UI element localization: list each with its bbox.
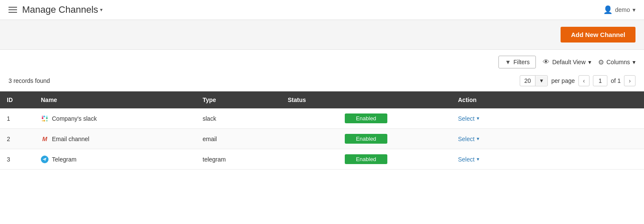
status-badge: Enabled: [345, 154, 387, 164]
cell-type: telegram: [196, 149, 281, 170]
page-of-label: of 1: [611, 77, 621, 84]
user-dropdown-arrow: ▾: [633, 6, 635, 13]
current-page: 1: [593, 75, 607, 86]
per-page-label: per page: [551, 77, 575, 84]
status-badge: Enabled: [345, 134, 387, 144]
channel-name-text: Email channel: [52, 136, 89, 142]
cell-name: Company's slack: [34, 108, 196, 129]
filter-icon: ▼: [505, 59, 511, 65]
header-left: Manage Channels ▾: [9, 4, 103, 15]
cell-status: Enabled: [281, 108, 451, 129]
slack-icon: [41, 115, 49, 122]
per-page-arrow[interactable]: ▼: [535, 76, 547, 85]
action-select-button[interactable]: Select ▼: [458, 156, 637, 163]
svg-rect-7: [42, 120, 43, 122]
svg-rect-0: [42, 117, 43, 119]
status-badge: Enabled: [345, 113, 387, 123]
table-header-row: ID Name Type Status Action: [0, 91, 644, 108]
add-new-channel-button[interactable]: Add New Channel: [561, 27, 635, 43]
table-row: 1 Company's slack slack Enabled: [0, 108, 644, 129]
channel-name-text: Company's slack: [52, 115, 97, 122]
title-dropdown[interactable]: Manage Channels ▾: [22, 4, 103, 15]
filters-button[interactable]: ▼ Filters: [498, 56, 536, 68]
gear-icon: ⚙: [598, 58, 604, 66]
controls-bar: ▼ Filters 👁 Default View ▾ ⚙ Columns ▾: [0, 50, 644, 72]
title-dropdown-arrow: ▾: [100, 7, 103, 13]
table-row: 2 M Email channel email Enabled Select ▼: [0, 129, 644, 149]
gmail-icon: M: [41, 135, 49, 143]
col-header-action: Action: [451, 91, 644, 108]
cell-id: 2: [0, 129, 34, 149]
table-row: 3 Telegram telegram Enabled Select ▼: [0, 149, 644, 170]
prev-page-button[interactable]: ‹: [578, 75, 590, 86]
cell-status: Enabled: [281, 149, 451, 170]
action-label: Select: [458, 136, 475, 142]
col-header-id: ID: [0, 91, 34, 108]
svg-rect-3: [43, 120, 45, 122]
pagination-right: 20 ▼ per page ‹ 1 of 1 ›: [520, 75, 635, 86]
cell-action: Select ▼: [451, 108, 644, 129]
user-label: demo: [615, 6, 630, 13]
records-count: 3 records found: [9, 77, 50, 84]
page-title: Manage Channels: [22, 4, 98, 15]
channels-table: ID Name Type Status Action 1: [0, 91, 644, 170]
action-select-button[interactable]: Select ▼: [458, 136, 637, 142]
cell-id: 1: [0, 108, 34, 129]
cell-type: email: [196, 129, 281, 149]
cell-id: 3: [0, 149, 34, 170]
view-dropdown-arrow: ▾: [588, 59, 591, 65]
cell-status: Enabled: [281, 129, 451, 149]
cell-name: Telegram: [34, 149, 196, 170]
per-page-select[interactable]: 20 ▼: [520, 75, 548, 86]
action-label: Select: [458, 156, 475, 163]
user-menu[interactable]: 👤 demo ▾: [603, 5, 635, 14]
col-header-status: Status: [281, 91, 451, 108]
svg-rect-1: [43, 116, 45, 117]
columns-button[interactable]: ⚙ Columns ▾: [598, 58, 635, 66]
next-page-button[interactable]: ›: [624, 75, 635, 86]
action-chevron: ▼: [476, 157, 480, 162]
hamburger-menu[interactable]: [9, 7, 17, 13]
svg-rect-6: [46, 120, 48, 122]
cell-action: Select ▼: [451, 149, 644, 170]
cell-type: slack: [196, 108, 281, 129]
user-icon: 👤: [603, 5, 613, 14]
action-label: Select: [458, 115, 475, 122]
col-header-name: Name: [34, 91, 196, 108]
svg-rect-4: [42, 116, 43, 117]
action-chevron: ▼: [476, 136, 480, 141]
svg-rect-5: [46, 116, 48, 117]
per-page-value: 20: [520, 76, 536, 86]
toolbar: Add New Channel: [0, 20, 644, 50]
page-header: Manage Channels ▾ 👤 demo ▾: [0, 0, 644, 20]
action-chevron: ▼: [476, 116, 480, 121]
default-view-button[interactable]: 👁 Default View ▾: [543, 58, 591, 66]
channel-name-text: Telegram: [52, 156, 77, 163]
action-select-button[interactable]: Select ▼: [458, 115, 637, 122]
svg-rect-2: [46, 117, 48, 119]
filters-label: Filters: [513, 59, 530, 65]
cell-action: Select ▼: [451, 129, 644, 149]
pagination-bar: 3 records found 20 ▼ per page ‹ 1 of 1 ›: [0, 72, 644, 91]
columns-label: Columns: [607, 59, 630, 65]
telegram-icon: [41, 156, 49, 163]
columns-dropdown-arrow: ▾: [633, 59, 635, 65]
eye-icon: 👁: [543, 58, 550, 66]
cell-name: M Email channel: [34, 129, 196, 149]
view-label: Default View: [552, 59, 585, 65]
col-header-type: Type: [196, 91, 281, 108]
